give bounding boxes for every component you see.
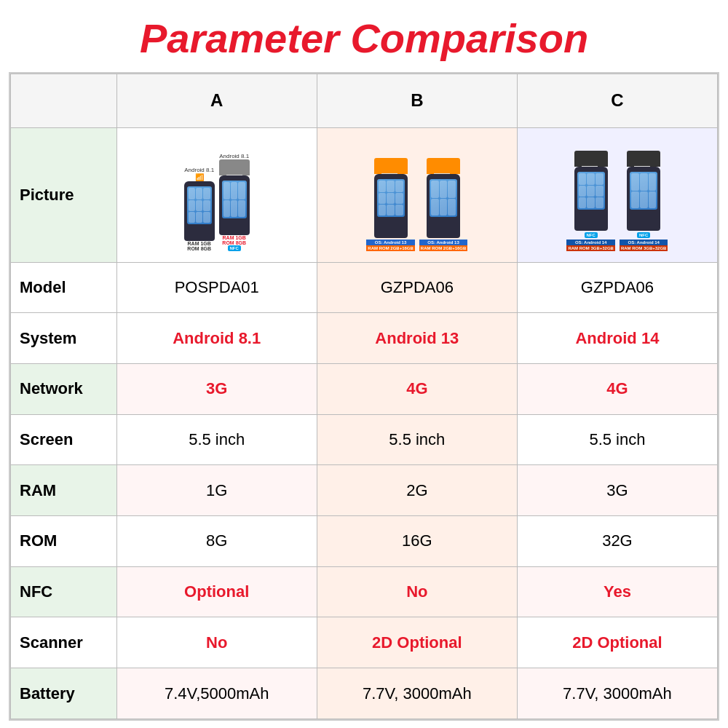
rom-row: ROM 8G 16G 32G: [11, 516, 718, 567]
printer-top-a2: [219, 159, 250, 175]
phone-body-b2: [427, 174, 460, 238]
ram-label-a2: RAM 1GBROM 8GB: [222, 235, 246, 245]
picture-label: Picture: [11, 127, 117, 262]
header-empty: [11, 74, 117, 128]
model-b: GZPDA06: [317, 262, 517, 313]
screen-row: Screen 5.5 inch 5.5 inch 5.5 inch: [11, 414, 718, 465]
phone-screen-a1: [187, 186, 212, 224]
model-c: GZPDA06: [517, 262, 717, 313]
nfc-row: NFC Optional No Yes: [11, 566, 718, 617]
devices-a: Android 8.1 📶: [122, 138, 312, 251]
network-row: Network 3G 4G 4G: [11, 364, 718, 415]
android-tag-a2: Android 8.1: [219, 153, 249, 159]
comparison-table: A B C Picture Android 8.1 📶: [10, 74, 718, 719]
rom-a: 8G: [116, 516, 317, 567]
nfc-badge-a2: NFC: [228, 245, 241, 251]
screen-c: 5.5 inch: [517, 414, 717, 465]
phone-body-b1: [374, 174, 408, 238]
picture-col-b: OS: Android 13 RAM ROM 2GB+16GB: [317, 127, 517, 262]
phone-screen-b1: [377, 179, 405, 217]
printer-top-b1: [374, 158, 408, 174]
os-tag-b2: OS: Android 13 RAM ROM 2GB+16GB: [419, 240, 468, 251]
scanner-a: No: [116, 617, 317, 668]
header-col-c: C: [517, 74, 717, 128]
nfc-a: Optional: [116, 566, 317, 617]
ram-a: 1G: [116, 465, 317, 516]
comparison-table-wrapper: A B C Picture Android 8.1 📶: [9, 72, 719, 721]
ram-row: RAM 1G 2G 3G: [11, 465, 718, 516]
picture-row: Picture Android 8.1 📶: [11, 127, 718, 262]
network-b: 4G: [317, 364, 517, 415]
printer-top-b2: [427, 158, 460, 174]
nfc-c: Yes: [517, 566, 717, 617]
battery-c: 7.7V, 3000mAh: [517, 668, 717, 719]
header-col-a: A: [116, 74, 317, 128]
screen-label: Screen: [11, 414, 117, 465]
scanner-b: 2D Optional: [317, 617, 517, 668]
header-row: A B C: [11, 74, 718, 128]
system-c: Android 14: [517, 313, 717, 364]
signal-icon-a1: 📶: [195, 173, 204, 181]
printer-top-c1: [574, 151, 608, 167]
screen-b: 5.5 inch: [317, 414, 517, 465]
battery-a: 7.4V,5000mAh: [116, 668, 317, 719]
rom-c: 32G: [517, 516, 717, 567]
picture-col-a: Android 8.1 📶: [116, 127, 317, 262]
network-a: 3G: [116, 364, 317, 415]
rom-b: 16G: [317, 516, 517, 567]
device-a1: Android 8.1 📶: [184, 167, 215, 251]
phone-body-c1: [574, 167, 608, 231]
header-col-b: B: [317, 74, 517, 128]
ram-b: 2G: [317, 465, 517, 516]
phone-screen-b2: [430, 179, 457, 217]
devices-b: OS: Android 13 RAM ROM 2GB+16GB: [322, 138, 513, 251]
nfc-label: NFC: [11, 566, 117, 617]
device-c1: NFC OS: Android 14 RAM ROM 3GB+32GB: [566, 151, 615, 251]
phone-body-a2: [219, 175, 250, 235]
nfc-badge-c2: NFC: [637, 232, 650, 238]
scanner-c: 2D Optional: [517, 617, 717, 668]
devices-c: NFC OS: Android 14 RAM ROM 3GB+32GB: [522, 138, 713, 251]
scanner-label: Scanner: [11, 617, 117, 668]
model-row: Model POSPDA01 GZPDA06 GZPDA06: [11, 262, 718, 313]
screen-a: 5.5 inch: [116, 414, 317, 465]
ram-label-a1: RAM 1GBROM 8GB: [187, 241, 211, 251]
page-title: Parameter Comparison: [9, 7, 719, 72]
system-row: System Android 8.1 Android 13 Android 14: [11, 313, 718, 364]
network-label: Network: [11, 364, 117, 415]
printer-top-c2: [627, 151, 660, 167]
device-a2: Android 8.1 RAM 1GBROM 8GB: [219, 153, 250, 251]
android-tag-a1: Android 8.1: [184, 167, 214, 173]
system-a: Android 8.1: [116, 313, 317, 364]
phone-screen-c2: [630, 172, 657, 210]
system-label: System: [11, 313, 117, 364]
os-tag-c1: OS: Android 14 RAM ROM 3GB+32GB: [566, 240, 615, 251]
os-tag-b1: OS: Android 13 RAM ROM 2GB+16GB: [366, 240, 415, 251]
ram-c: 3G: [517, 465, 717, 516]
phone-body-c2: [627, 167, 660, 231]
model-a: POSPDA01: [116, 262, 317, 313]
phone-screen-c1: [577, 172, 605, 210]
phone-body-a1: [184, 181, 215, 241]
phone-screen-a2: [222, 181, 247, 218]
battery-label: Battery: [11, 668, 117, 719]
battery-b: 7.7V, 3000mAh: [317, 668, 517, 719]
model-label: Model: [11, 262, 117, 313]
scanner-row: Scanner No 2D Optional 2D Optional: [11, 617, 718, 668]
ram-label: RAM: [11, 465, 117, 516]
device-c2: NFC OS: Android 14 RAM ROM 3GB+32GB: [620, 151, 668, 251]
page-wrapper: Parameter Comparison A B C Picture: [0, 0, 728, 728]
nfc-b: No: [317, 566, 517, 617]
device-b2: OS: Android 13 RAM ROM 2GB+16GB: [419, 158, 468, 251]
system-b: Android 13: [317, 313, 517, 364]
picture-col-c: NFC OS: Android 14 RAM ROM 3GB+32GB: [517, 127, 717, 262]
battery-row: Battery 7.4V,5000mAh 7.7V, 3000mAh 7.7V,…: [11, 668, 718, 719]
device-b1: OS: Android 13 RAM ROM 2GB+16GB: [366, 158, 415, 251]
os-tag-c2: OS: Android 14 RAM ROM 3GB+32GB: [620, 240, 668, 251]
rom-label: ROM: [11, 516, 117, 567]
nfc-badge-c1: NFC: [585, 232, 598, 238]
network-c: 4G: [517, 364, 717, 415]
